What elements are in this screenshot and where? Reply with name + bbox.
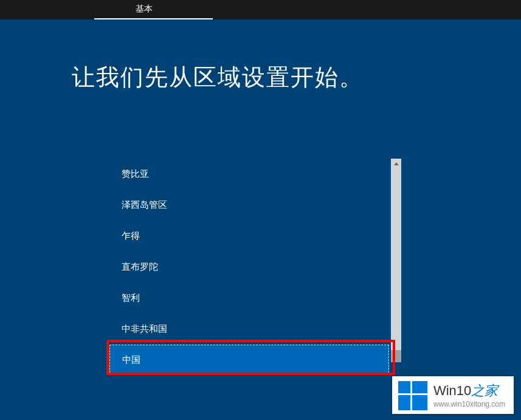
region-item-jersey[interactable]: 泽西岛管区 [109,190,389,221]
tab-label: 基本 [136,4,153,15]
watermark-text: Win10之家 www.win10xitong.com [433,383,505,409]
watermark: Win10之家 www.win10xitong.com [392,376,514,414]
top-bar: 基本 [0,0,521,19]
windows-logo-icon [398,381,427,410]
scrollbar-thumb[interactable] [391,350,401,362]
watermark-title: Win10之家 [433,383,505,399]
region-item-label: 泽西岛管区 [122,199,167,211]
region-item-label: 中国 [122,354,140,366]
region-item-label: 直布罗陀 [122,261,158,273]
region-list-wrapper: 赞比亚 泽西岛管区 乍得 直布罗陀 智利 中非共和国 中国 [109,159,401,375]
watermark-title-main: Win10 [433,383,471,398]
watermark-title-accent: 之家 [471,383,498,398]
region-item-car[interactable]: 中非共和国 [109,314,389,345]
watermark-url: www.win10xitong.com [433,400,505,408]
region-item-gibraltar[interactable]: 直布罗陀 [109,252,389,283]
scrollbar-track[interactable] [391,159,401,362]
scrollbar-up-arrow-icon[interactable] [391,159,401,169]
region-item-chad[interactable]: 乍得 [109,221,389,252]
region-item-china[interactable]: 中国 [109,345,389,375]
region-item-label: 中非共和国 [122,323,167,335]
region-item-label: 赞比亚 [122,168,149,180]
region-list[interactable]: 赞比亚 泽西岛管区 乍得 直布罗陀 智利 中非共和国 中国 [109,159,389,375]
region-item-zambia[interactable]: 赞比亚 [109,159,389,190]
tab-basic[interactable]: 基本 [94,0,213,19]
region-item-chile[interactable]: 智利 [109,283,389,314]
main-content: 让我们先从区域设置开始。 赞比亚 泽西岛管区 乍得 直布罗陀 智利 中非共和国 … [0,19,521,375]
region-item-label: 乍得 [122,230,140,242]
page-title: 让我们先从区域设置开始。 [72,62,521,93]
region-item-label: 智利 [122,292,140,304]
